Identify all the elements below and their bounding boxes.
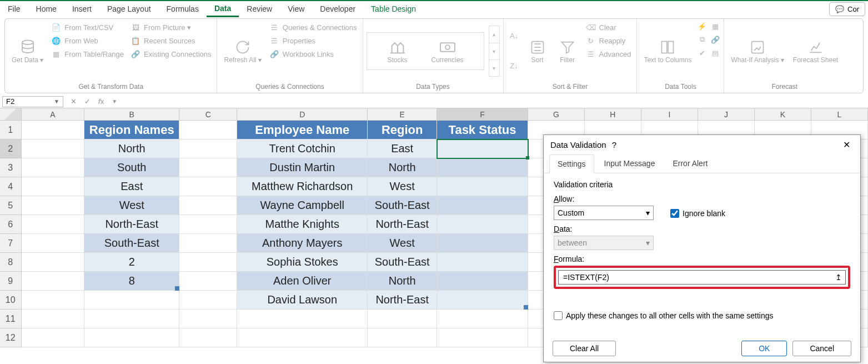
select-all-button[interactable] — [0, 108, 22, 120]
menu-view[interactable]: View — [280, 2, 312, 16]
menu-home[interactable]: Home — [28, 2, 64, 16]
name-box[interactable]: F2 ▼ — [2, 96, 63, 107]
cell-E6[interactable]: North-East — [368, 215, 437, 234]
cell-F2[interactable] — [437, 139, 528, 158]
cell-E2[interactable]: East — [368, 139, 437, 158]
from-web-button[interactable]: 🌐From Web — [49, 34, 126, 47]
cell-D11[interactable] — [237, 310, 368, 328]
cell-A4[interactable] — [22, 177, 85, 196]
cell-A8[interactable] — [22, 253, 85, 272]
from-text-csv-button[interactable]: 📄From Text/CSV — [49, 21, 126, 33]
forecast-sheet-button[interactable]: Forecast Sheet — [790, 21, 841, 81]
row-header-2[interactable]: 2 — [0, 139, 22, 158]
cell-E12[interactable] — [368, 328, 437, 347]
cell-A1[interactable] — [22, 121, 85, 139]
cell-D5[interactable]: Wayne Campbell — [237, 196, 368, 215]
cell-B12[interactable] — [84, 328, 179, 347]
row-header-4[interactable]: 4 — [0, 177, 22, 196]
row-header-5[interactable]: 5 — [0, 196, 22, 215]
dialog-help-icon[interactable]: ? — [606, 140, 622, 149]
formula-input-field[interactable] — [562, 272, 835, 283]
menu-file[interactable]: File — [0, 2, 28, 16]
currencies-button[interactable]: Currencies — [428, 36, 467, 66]
cell-E8[interactable]: South-East — [368, 253, 437, 272]
cell-A6[interactable] — [22, 215, 85, 234]
col-header-B[interactable]: B — [84, 108, 179, 120]
cell-E11[interactable] — [368, 310, 437, 328]
from-picture-button[interactable]: 🖼From Picture ▾ — [128, 21, 213, 33]
cell-B1[interactable]: Region Names — [84, 121, 179, 139]
cell-B5[interactable]: West — [84, 196, 179, 215]
col-header-K[interactable]: K — [755, 108, 811, 120]
col-header-H[interactable]: H — [585, 108, 641, 120]
queries-connections-button[interactable]: ☰Queries & Connections — [267, 21, 359, 33]
menu-developer[interactable]: Developer — [312, 2, 363, 16]
cell-C1[interactable] — [179, 121, 237, 139]
cell-C4[interactable] — [179, 177, 237, 196]
relationships-icon[interactable]: 🔗 — [710, 34, 720, 44]
filter-clear-button[interactable]: ⌫Clear — [584, 21, 634, 33]
refresh-all-button[interactable]: Refresh All ▾ — [220, 21, 264, 81]
col-header-A[interactable]: A — [22, 108, 85, 120]
menu-data[interactable]: Data — [207, 1, 239, 17]
filter-button[interactable]: Filter — [554, 21, 581, 81]
cell-B8[interactable]: 2 — [84, 253, 179, 272]
menu-insert[interactable]: Insert — [64, 2, 99, 16]
col-header-G[interactable]: G — [528, 108, 585, 120]
row-header-1[interactable]: 1 — [0, 121, 22, 139]
cell-D4[interactable]: Matthew Richardson — [237, 177, 368, 196]
filter-reapply-button[interactable]: ↻Reapply — [584, 34, 634, 47]
cell-A10[interactable] — [22, 291, 85, 310]
text-to-columns-button[interactable]: Text to Columns — [640, 21, 695, 81]
cell-C10[interactable] — [179, 291, 237, 310]
workbook-links-button[interactable]: 🔗Workbook Links — [267, 48, 359, 60]
cell-F1[interactable]: Task Status — [437, 121, 528, 139]
cell-B7[interactable]: South-East — [84, 234, 179, 253]
cell-D3[interactable]: Dustin Martin — [237, 158, 368, 177]
cell-E3[interactable]: North — [368, 158, 437, 177]
flash-fill-icon[interactable]: ⚡ — [697, 21, 707, 31]
menu-tabledesign[interactable]: Table Design — [363, 2, 424, 16]
from-table-range-button[interactable]: ▦From Table/Range — [49, 48, 126, 60]
cancel-button[interactable]: Cancel — [792, 341, 851, 356]
ignore-blank-checkbox[interactable] — [670, 209, 679, 218]
cell-B2[interactable]: North — [84, 139, 179, 158]
scroll-up-icon[interactable]: ▴ — [489, 26, 499, 43]
allow-select[interactable]: Custom ▾ — [554, 206, 654, 220]
dialog-close-icon[interactable]: ✕ — [840, 139, 854, 150]
clear-all-button[interactable]: Clear All — [553, 341, 616, 356]
cell-C7[interactable] — [179, 234, 237, 253]
cell-C3[interactable] — [179, 158, 237, 177]
recent-sources-button[interactable]: 📋Recent Sources — [128, 34, 213, 47]
remove-duplicates-icon[interactable]: ⧉ — [697, 34, 707, 44]
menu-formulas[interactable]: Formulas — [159, 2, 207, 16]
formula-input[interactable] — [124, 96, 866, 107]
cell-E7[interactable]: West — [368, 234, 437, 253]
col-header-D[interactable]: D — [237, 108, 368, 120]
cell-F6[interactable] — [437, 215, 528, 234]
cell-B4[interactable]: East — [84, 177, 179, 196]
cell-D12[interactable] — [237, 328, 368, 347]
cell-C11[interactable] — [179, 310, 237, 328]
tab-input-message[interactable]: Input Message — [596, 154, 663, 173]
cell-C8[interactable] — [179, 253, 237, 272]
cell-F11[interactable] — [437, 310, 528, 328]
cell-D2[interactable]: Trent Cotchin — [237, 139, 368, 158]
cell-E5[interactable]: South-East — [368, 196, 437, 215]
menu-review[interactable]: Review — [239, 2, 280, 16]
ok-button[interactable]: OK — [741, 341, 787, 356]
cell-A5[interactable] — [22, 196, 85, 215]
cell-C12[interactable] — [179, 328, 237, 347]
whatif-button[interactable]: What-If Analysis ▾ — [727, 21, 787, 81]
apply-all-checkbox[interactable] — [554, 311, 563, 320]
tab-settings[interactable]: Settings — [549, 154, 594, 173]
cell-F9[interactable] — [437, 272, 528, 291]
cell-F7[interactable] — [437, 234, 528, 253]
cell-A11[interactable] — [22, 310, 85, 328]
cell-F8[interactable] — [437, 253, 528, 272]
scroll-down-icon[interactable]: ▾ — [489, 43, 499, 59]
cell-F5[interactable] — [437, 196, 528, 215]
scroll-more-icon[interactable]: ▾ — [489, 59, 499, 76]
row-header-7[interactable]: 7 — [0, 234, 22, 253]
cell-D9[interactable]: Aden Oliver — [237, 272, 368, 291]
